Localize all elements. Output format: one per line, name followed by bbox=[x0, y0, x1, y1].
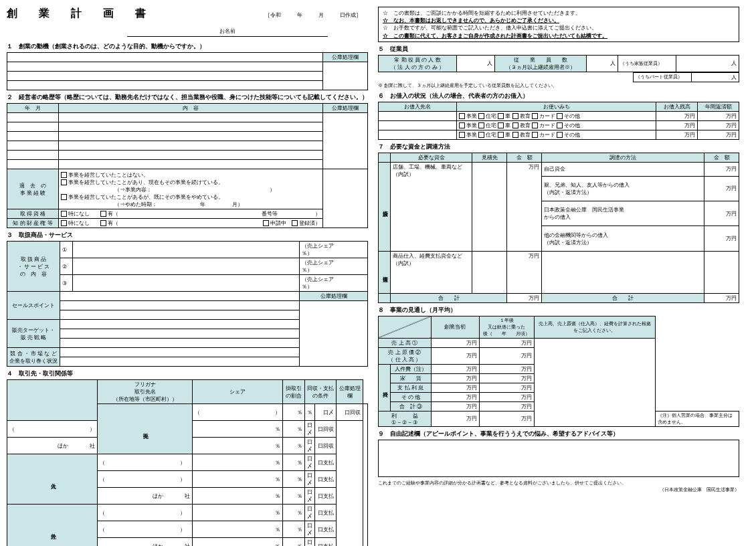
shikaku: 取 得 資 格 bbox=[7, 209, 59, 219]
checkbox[interactable] bbox=[61, 172, 67, 178]
kouko-col: 公庫処理欄 bbox=[323, 53, 368, 62]
left-page: 創 業 計 画 書 ［令和 年 月 日作成］ お名前 １ 創業の動機（創業される… bbox=[7, 7, 368, 546]
competition: 競 合 ・ 市 場 な ど 企業を取り巻く状況 bbox=[7, 348, 60, 367]
s1-head: １ 創業の動機（創業されるのは、どのような目的、動機からですか。） bbox=[7, 42, 368, 51]
doc-title: 創 業 計 画 書 bbox=[7, 7, 151, 21]
s4-table: フリガナ取引先名（所在地等（市区町村））シェア掛取引 の割合回収・支払の条件公庫… bbox=[7, 379, 368, 546]
s6-head: ６ お借入の状況（法人の場合、代表者の方のお借入） bbox=[378, 92, 739, 100]
s6-table: お借入先名お使いみちお借入残高年間返済額 事業 住宅 車 教育 カード その他万… bbox=[378, 102, 739, 140]
gaichu: 外注先 bbox=[7, 505, 98, 547]
s5-head: ５ 従業員 bbox=[378, 45, 739, 54]
s3-rowhead: 取 扱 商 品 ・ サ ー ビ ス の 内 容 bbox=[7, 242, 60, 292]
s2-table: 年 月内 容公庫処理欄 過 去 の 事 業 経 験 事業を経営していたことはない… bbox=[7, 103, 368, 228]
s2-h1: 年 月 bbox=[7, 104, 59, 113]
s7-table: 必要な資金見積先金 額調達の方法金 額 設備資金店舗、工場、機械、車両など （内… bbox=[378, 153, 739, 303]
shire: 仕入先 bbox=[7, 454, 98, 505]
s8-head: ８ 事業の見通し（月平均） bbox=[378, 306, 739, 314]
star-notes: ☆ この書類は、ご面談にかかる時間を短縮するために利用させていただきます。 ☆ … bbox=[378, 7, 739, 42]
footer-1: これまでのご経験や事業内容の詳細が分かる計画書など、参考となる資料がございました… bbox=[378, 480, 739, 486]
checkbox[interactable] bbox=[61, 194, 67, 200]
s5-table: 常 勤 役 員 の 人 数 （ 法 人 の 方 の み ）人従 業 員 数 （３… bbox=[378, 55, 739, 72]
right-page: ☆ この書類は、ご面談にかかる時間を短縮するために利用させていただきます。 ☆ … bbox=[378, 7, 739, 546]
footer-2: （日本政策金融公庫 国民生活事業） bbox=[378, 486, 739, 493]
past-experience-label: 過 去 の 事 業 経 験 bbox=[7, 169, 59, 209]
s4-head: ４ 取引先・取引関係等 bbox=[7, 369, 368, 378]
hanbai: 販売先 bbox=[98, 404, 193, 454]
s2-h2: 内 容 bbox=[59, 104, 323, 113]
s7-head: ７ 必要な資金と調達方法 bbox=[378, 143, 739, 151]
s8-table: 創業当初１年後 又は軌道に乗った 後（ 年 月頃）売上高、売上原価（仕入高）、経… bbox=[378, 316, 739, 427]
ip: 知 的 財 産 権 等 bbox=[7, 219, 59, 228]
checkbox[interactable] bbox=[61, 179, 67, 185]
date-line: ［令和 年 月 日作成］ bbox=[151, 11, 368, 19]
s1-table: 公庫処理欄 bbox=[7, 52, 368, 90]
s3-head: ３ 取扱商品・サービス bbox=[7, 231, 368, 240]
target: 販売ターゲット・ 販 売 戦 略 bbox=[7, 320, 60, 348]
name-label: お名前 bbox=[219, 28, 235, 34]
s3-table: 取 扱 商 品 ・ サ ー ビ ス の 内 容①（売上シェア ％） ②（売上シェ… bbox=[7, 241, 368, 367]
s2-head: ２ 経営者の略歴等（略歴については、勤務先名だけではなく、担当業務や役職、身につ… bbox=[7, 93, 368, 102]
s9-head: ９ 自由記述欄（アピールポイント、事業を行ううえでの悩み、希望するアドバイス等） bbox=[378, 430, 739, 438]
name-line[interactable]: お名前 bbox=[127, 27, 328, 37]
sp: セールスポイント bbox=[7, 292, 60, 320]
s9-table bbox=[378, 440, 739, 477]
s2-h3: 公庫処理欄 bbox=[323, 104, 368, 113]
